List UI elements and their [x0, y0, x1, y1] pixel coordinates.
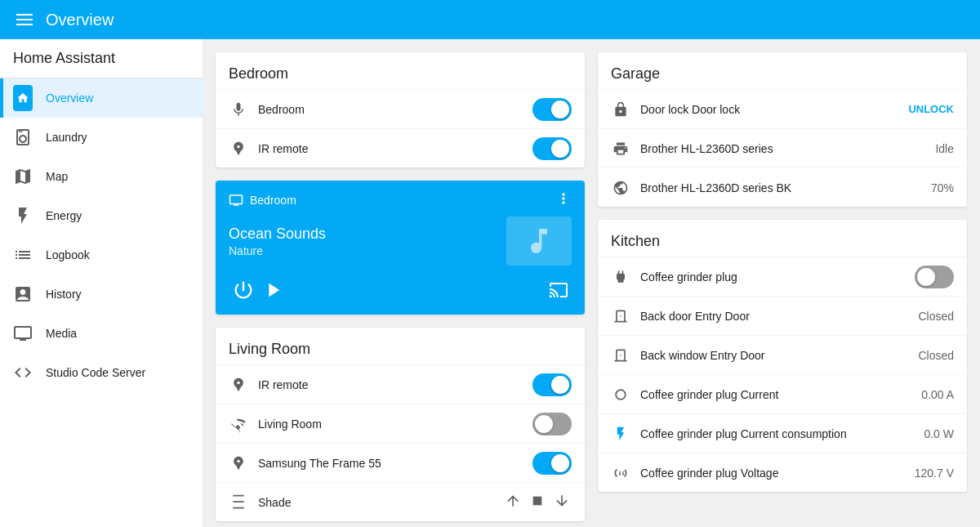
media-card-content: Ocean Sounds Nature [229, 217, 572, 266]
media-more-icon[interactable] [555, 190, 572, 210]
consumption-value: 0.0 W [924, 427, 954, 440]
printer2-label: Brother HL-L2360D series BK [640, 181, 921, 194]
printer2-value: 70% [931, 181, 954, 194]
home-icon [13, 88, 33, 108]
media-thumbnail [506, 217, 572, 266]
back-door-label: Back door Entry Door [640, 310, 908, 323]
sidebar-item-label-energy: Energy [46, 209, 82, 222]
code-icon [13, 363, 33, 382]
garage-card-title: Garage [598, 52, 967, 89]
sidebar-item-label-logbook: Logbook [46, 248, 90, 261]
plug-icon [611, 267, 630, 287]
coffee-plug-row: Coffee grinder plug [598, 257, 967, 296]
current-row: Coffee grinder plug Current 0.00 A [598, 374, 967, 413]
sidebar-item-overview[interactable]: Overview [0, 78, 203, 118]
coffee-plug-label: Coffee grinder plug [640, 270, 905, 284]
map-icon [13, 167, 33, 186]
lr-tv-label: Samsung The Frame 55 [258, 457, 523, 470]
lr-ir-icon [229, 375, 248, 395]
ir-icon [229, 139, 248, 159]
sidebar-item-studio-code[interactable]: Studio Code Server [0, 353, 203, 392]
voltage-icon [611, 463, 630, 483]
lr-ir-label: IR remote [258, 378, 523, 391]
app-title: Home Assistant [13, 50, 115, 67]
media-artist: Nature [229, 244, 506, 257]
kitchen-card: Kitchen Coffee grinder plug Back door En… [598, 220, 967, 492]
header-title: Overview [46, 11, 114, 29]
lr-tv-toggle[interactable] [532, 452, 572, 475]
sidebar-header: Home Assistant [0, 39, 203, 78]
back-door-row: Back door Entry Door Closed [598, 296, 967, 335]
back-door-icon [611, 306, 630, 326]
hamburger-menu[interactable] [13, 11, 36, 29]
garage-card: Garage Door lock Door lock UNLOCK Brothe… [598, 52, 967, 207]
living-room-card: Living Room IR remote Living Room [216, 328, 585, 521]
sidebar-item-energy[interactable]: Energy [0, 196, 203, 235]
coffee-plug-toggle[interactable] [915, 266, 954, 288]
back-window-value: Closed [918, 349, 954, 362]
sidebar-item-media[interactable]: Media [0, 314, 203, 353]
svg-rect-0 [533, 497, 542, 506]
consumption-label: Coffee grinder plug Current consumption [640, 427, 914, 440]
consumption-row: Coffee grinder plug Current consumption … [598, 413, 967, 453]
back-window-label: Back window Entry Door [640, 349, 908, 362]
door-lock-row: Door lock Door lock UNLOCK [598, 89, 967, 128]
history-icon [13, 284, 33, 304]
ir-remote-row: IR remote [216, 128, 585, 167]
bedroom-mic-label: Bedroom [258, 103, 523, 116]
shade-stop-button[interactable] [529, 493, 546, 511]
media-player-card: Bedroom Ocean Sounds Nature [216, 181, 585, 315]
lr-living-label: Living Room [258, 418, 523, 431]
media-icon [13, 324, 33, 343]
sidebar-item-label-history: History [46, 288, 82, 301]
ir-remote-toggle[interactable] [532, 137, 572, 160]
shade-icon [229, 493, 248, 512]
voltage-row: Coffee grinder plug Voltage 120.7 V [598, 453, 967, 492]
lock-icon [611, 100, 630, 119]
sidebar: Home Assistant Overview Laundry Map [0, 39, 203, 527]
sidebar-item-map[interactable]: Map [0, 157, 203, 196]
unlock-button[interactable]: UNLOCK [908, 103, 954, 115]
back-window-row: Back window Entry Door Closed [598, 335, 967, 374]
media-card-title: Bedroom [229, 193, 296, 208]
lr-shade-row: Shade [216, 482, 585, 521]
bedroom-card-title: Bedroom [216, 52, 585, 89]
sidebar-item-laundry[interactable]: Laundry [0, 118, 203, 157]
energy-icon [13, 206, 33, 226]
lr-wifi-off-icon [229, 414, 248, 434]
media-controls [229, 275, 572, 305]
media-info: Ocean Sounds Nature [229, 226, 506, 257]
media-play-button[interactable] [258, 275, 287, 305]
shade-down-button[interactable] [552, 491, 572, 513]
voltage-value: 120.7 V [915, 467, 954, 480]
kitchen-card-title: Kitchen [598, 220, 967, 257]
shade-up-button[interactable] [503, 491, 523, 513]
current-label: Coffee grinder plug Current [640, 388, 911, 401]
sidebar-item-history[interactable]: History [0, 275, 203, 314]
current-value: 0.00 A [921, 388, 954, 401]
living-room-card-title: Living Room [216, 328, 585, 364]
sidebar-item-label-map: Map [46, 170, 68, 183]
printer2-row: Brother HL-L2360D series BK 70% [598, 167, 967, 207]
lr-ir-row: IR remote [216, 364, 585, 404]
shade-controls [503, 491, 572, 513]
media-card-header: Bedroom [229, 190, 572, 210]
lr-tv-row: Samsung The Frame 55 [216, 443, 585, 482]
top-header: Overview [0, 0, 980, 39]
lr-living-row: Living Room [216, 404, 585, 443]
bedroom-mic-toggle[interactable] [532, 98, 572, 121]
media-cast-button[interactable] [546, 277, 572, 303]
back-window-icon [611, 346, 630, 365]
printer1-row: Brother HL-L2360D series Idle [598, 128, 967, 167]
media-song: Ocean Sounds [229, 226, 506, 243]
sidebar-item-logbook[interactable]: Logbook [0, 235, 203, 275]
lr-living-toggle[interactable] [532, 413, 572, 435]
consumption-icon [611, 424, 630, 444]
lr-ir-toggle[interactable] [532, 373, 572, 396]
ir-remote-label: IR remote [258, 142, 523, 155]
lr-shade-label: Shade [258, 496, 493, 509]
mic-icon [229, 100, 248, 119]
media-power-button[interactable] [229, 275, 258, 305]
printer1-label: Brother HL-L2360D series [640, 142, 925, 155]
current-icon [611, 385, 630, 404]
